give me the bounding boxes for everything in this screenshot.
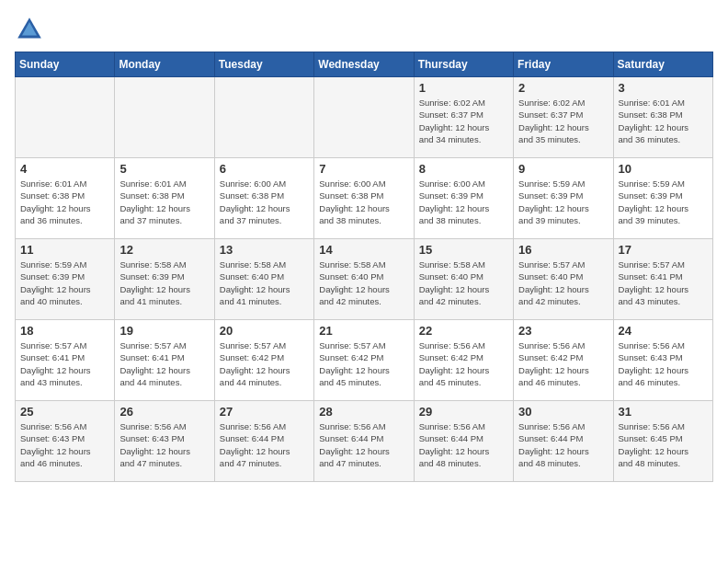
day-cell: 26Sunrise: 5:56 AM Sunset: 6:43 PM Dayli… [115,401,214,482]
day-number: 22 [419,324,508,338]
day-number: 11 [20,243,109,257]
day-cell [214,77,313,158]
day-number: 5 [119,162,209,176]
day-detail: Sunrise: 6:01 AM Sunset: 6:38 PM Dayligh… [619,97,708,145]
header-cell-saturday: Saturday [613,52,712,77]
day-cell: 10Sunrise: 5:59 AM Sunset: 6:39 PM Dayli… [613,158,712,239]
day-detail: Sunrise: 5:56 AM Sunset: 6:44 PM Dayligh… [319,420,408,469]
day-cell [314,77,414,158]
day-detail: Sunrise: 5:58 AM Sunset: 6:39 PM Dayligh… [119,259,209,307]
day-number: 28 [319,405,408,419]
day-detail: Sunrise: 5:56 AM Sunset: 6:44 PM Dayligh… [419,420,508,469]
day-cell: 24Sunrise: 5:56 AM Sunset: 6:43 PM Dayli… [613,320,712,401]
week-row-1: 1Sunrise: 6:02 AM Sunset: 6:37 PM Daylig… [16,77,713,158]
day-number: 27 [220,405,309,419]
day-number: 1 [419,81,508,95]
day-number: 3 [619,81,708,95]
day-number: 19 [119,324,209,338]
header-cell-wednesday: Wednesday [314,52,414,77]
day-detail: Sunrise: 5:56 AM Sunset: 6:42 PM Dayligh… [419,339,508,388]
day-cell: 7Sunrise: 6:00 AM Sunset: 6:38 PM Daylig… [314,158,414,239]
day-number: 29 [419,405,508,419]
day-number: 2 [518,81,608,95]
day-number: 16 [518,243,608,257]
header-row: SundayMondayTuesdayWednesdayThursdayFrid… [16,52,713,77]
day-detail: Sunrise: 5:56 AM Sunset: 6:43 PM Dayligh… [20,420,109,469]
day-cell: 12Sunrise: 5:58 AM Sunset: 6:39 PM Dayli… [115,239,214,320]
day-number: 26 [119,405,209,419]
day-number: 6 [220,162,309,176]
day-number: 23 [518,324,608,338]
day-number: 25 [20,405,109,419]
day-detail: Sunrise: 5:59 AM Sunset: 6:39 PM Dayligh… [518,178,608,226]
day-number: 24 [619,324,708,338]
day-number: 4 [20,162,109,176]
day-number: 20 [220,324,309,338]
day-cell: 25Sunrise: 5:56 AM Sunset: 6:43 PM Dayli… [16,401,115,482]
day-cell [16,77,115,158]
day-number: 12 [119,243,209,257]
day-cell: 28Sunrise: 5:56 AM Sunset: 6:44 PM Dayli… [314,401,414,482]
day-number: 17 [619,243,708,257]
day-cell: 15Sunrise: 5:58 AM Sunset: 6:40 PM Dayli… [414,239,513,320]
day-number: 30 [518,405,608,419]
day-number: 31 [619,405,708,419]
day-cell: 11Sunrise: 5:59 AM Sunset: 6:39 PM Dayli… [16,239,115,320]
day-number: 18 [20,324,109,338]
day-detail: Sunrise: 5:59 AM Sunset: 6:39 PM Dayligh… [20,259,109,307]
calendar-header: SundayMondayTuesdayWednesdayThursdayFrid… [16,52,713,77]
week-row-4: 18Sunrise: 5:57 AM Sunset: 6:41 PM Dayli… [16,320,713,401]
header-cell-monday: Monday [115,52,214,77]
day-detail: Sunrise: 6:00 AM Sunset: 6:38 PM Dayligh… [319,178,408,226]
day-detail: Sunrise: 5:57 AM Sunset: 6:41 PM Dayligh… [619,259,708,307]
day-detail: Sunrise: 5:57 AM Sunset: 6:41 PM Dayligh… [119,339,209,388]
day-cell: 27Sunrise: 5:56 AM Sunset: 6:44 PM Dayli… [214,401,313,482]
day-cell: 22Sunrise: 5:56 AM Sunset: 6:42 PM Dayli… [414,320,513,401]
day-detail: Sunrise: 5:56 AM Sunset: 6:42 PM Dayligh… [518,339,608,388]
day-cell: 16Sunrise: 5:57 AM Sunset: 6:40 PM Dayli… [514,239,613,320]
day-cell: 21Sunrise: 5:57 AM Sunset: 6:42 PM Dayli… [314,320,414,401]
header-cell-sunday: Sunday [16,52,115,77]
day-detail: Sunrise: 5:56 AM Sunset: 6:44 PM Dayligh… [220,420,309,469]
page-header [15,15,713,44]
day-detail: Sunrise: 6:01 AM Sunset: 6:38 PM Dayligh… [119,178,209,226]
day-number: 14 [319,243,408,257]
day-detail: Sunrise: 5:59 AM Sunset: 6:39 PM Dayligh… [619,178,708,226]
day-cell: 2Sunrise: 6:02 AM Sunset: 6:37 PM Daylig… [514,77,613,158]
day-cell: 14Sunrise: 5:58 AM Sunset: 6:40 PM Dayli… [314,239,414,320]
day-detail: Sunrise: 5:58 AM Sunset: 6:40 PM Dayligh… [220,259,309,307]
day-number: 9 [518,162,608,176]
day-cell: 31Sunrise: 5:56 AM Sunset: 6:45 PM Dayli… [613,401,712,482]
calendar-table: SundayMondayTuesdayWednesdayThursdayFrid… [15,52,713,482]
day-detail: Sunrise: 5:56 AM Sunset: 6:43 PM Dayligh… [619,339,708,388]
week-row-2: 4Sunrise: 6:01 AM Sunset: 6:38 PM Daylig… [16,158,713,239]
day-detail: Sunrise: 6:00 AM Sunset: 6:39 PM Dayligh… [419,178,508,226]
day-cell: 1Sunrise: 6:02 AM Sunset: 6:37 PM Daylig… [414,77,513,158]
day-detail: Sunrise: 5:58 AM Sunset: 6:40 PM Dayligh… [419,259,508,307]
day-cell: 13Sunrise: 5:58 AM Sunset: 6:40 PM Dayli… [214,239,313,320]
day-cell: 30Sunrise: 5:56 AM Sunset: 6:44 PM Dayli… [514,401,613,482]
day-cell: 9Sunrise: 5:59 AM Sunset: 6:39 PM Daylig… [514,158,613,239]
day-number: 13 [220,243,309,257]
day-cell: 5Sunrise: 6:01 AM Sunset: 6:38 PM Daylig… [115,158,214,239]
day-cell: 18Sunrise: 5:57 AM Sunset: 6:41 PM Dayli… [16,320,115,401]
day-detail: Sunrise: 5:57 AM Sunset: 6:40 PM Dayligh… [518,259,608,307]
day-detail: Sunrise: 6:02 AM Sunset: 6:37 PM Dayligh… [419,97,508,145]
day-detail: Sunrise: 5:56 AM Sunset: 6:43 PM Dayligh… [119,420,209,469]
day-detail: Sunrise: 5:57 AM Sunset: 6:42 PM Dayligh… [319,339,408,388]
day-cell: 29Sunrise: 5:56 AM Sunset: 6:44 PM Dayli… [414,401,513,482]
day-number: 8 [419,162,508,176]
calendar-body: 1Sunrise: 6:02 AM Sunset: 6:37 PM Daylig… [16,77,713,482]
day-cell: 6Sunrise: 6:00 AM Sunset: 6:38 PM Daylig… [214,158,313,239]
day-cell: 19Sunrise: 5:57 AM Sunset: 6:41 PM Dayli… [115,320,214,401]
day-number: 21 [319,324,408,338]
day-number: 7 [319,162,408,176]
day-detail: Sunrise: 6:00 AM Sunset: 6:38 PM Dayligh… [220,178,309,226]
week-row-5: 25Sunrise: 5:56 AM Sunset: 6:43 PM Dayli… [16,401,713,482]
day-cell: 3Sunrise: 6:01 AM Sunset: 6:38 PM Daylig… [613,77,712,158]
header-cell-friday: Friday [514,52,613,77]
day-cell: 4Sunrise: 6:01 AM Sunset: 6:38 PM Daylig… [16,158,115,239]
day-detail: Sunrise: 5:57 AM Sunset: 6:41 PM Dayligh… [20,339,109,388]
day-detail: Sunrise: 5:57 AM Sunset: 6:42 PM Dayligh… [220,339,309,388]
day-cell: 17Sunrise: 5:57 AM Sunset: 6:41 PM Dayli… [613,239,712,320]
